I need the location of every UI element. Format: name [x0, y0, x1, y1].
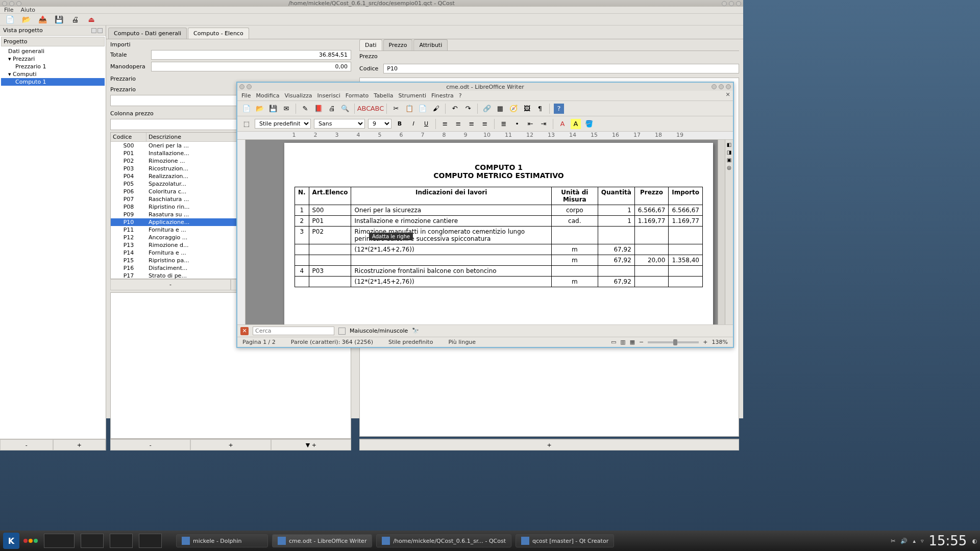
lo-menu-formato[interactable]: Formato — [346, 92, 369, 99]
max-icon[interactable] — [16, 1, 21, 6]
cut-icon[interactable]: ✂ — [391, 104, 401, 114]
lo-close-icon[interactable] — [726, 84, 731, 89]
taskbar-item[interactable]: /home/mickele/QCost_0.6.1_sr... - QCost — [376, 534, 511, 547]
align-center-icon[interactable]: ≡ — [453, 119, 463, 129]
align-right-icon[interactable]: ≡ — [467, 119, 477, 129]
preview-icon[interactable]: 🔍 — [340, 104, 350, 114]
activity-switcher[interactable] — [23, 539, 38, 543]
det-add-button[interactable]: + — [359, 439, 739, 450]
tree-item[interactable]: Dati generali — [1, 47, 105, 55]
tab-elenco[interactable]: Computo - Elenco — [188, 28, 249, 39]
min2-icon[interactable] — [722, 1, 727, 6]
table-row[interactable]: 1S00Oneri per la sicurezzacorpo16.566,67… — [295, 205, 703, 216]
kde-menu-button[interactable]: K — [3, 533, 19, 549]
email-icon[interactable]: ✉ — [281, 104, 291, 114]
closepanel-icon[interactable] — [97, 28, 103, 33]
paragraph-style-select[interactable]: Stile predefinito — [255, 119, 311, 129]
nonprint-icon[interactable]: ¶ — [535, 104, 545, 114]
min-icon[interactable] — [9, 1, 14, 6]
sidebar-gallery-icon[interactable]: ▣ — [727, 157, 731, 163]
lo-docclose-icon[interactable]: ✕ — [725, 92, 731, 98]
numlist-icon[interactable]: ≣ — [499, 119, 509, 129]
tree-item[interactable]: ▾ Prezzari — [1, 55, 105, 63]
outdent-icon[interactable]: ⇤ — [525, 119, 535, 129]
zoom-value[interactable]: 138% — [712, 339, 728, 345]
hyperlink-icon[interactable]: 🔗 — [482, 104, 492, 114]
table-row[interactable]: (12*(2*1,45+2,76))m67,92 — [295, 244, 703, 255]
it-add-button[interactable]: + — [190, 439, 271, 450]
match-case-checkbox[interactable] — [338, 328, 346, 335]
lo-menu-tabella[interactable]: Tabella — [374, 92, 393, 99]
binoculars-icon[interactable]: 🔭 — [412, 328, 419, 334]
paintfmt-icon[interactable]: 🖌 — [431, 104, 441, 114]
taskbar-item[interactable]: mickele - Dolphin — [176, 534, 268, 547]
open-icon[interactable]: 📂 — [255, 104, 265, 114]
clipboard-icon[interactable]: ✂ — [891, 538, 895, 544]
table-row[interactable]: 4P03Ricostruzione frontalini balcone con… — [295, 266, 703, 277]
save-icon[interactable]: 💾 — [268, 104, 278, 114]
tree-item[interactable]: ▾ Computi — [1, 70, 105, 78]
lo-ontop-icon[interactable] — [247, 84, 252, 89]
view-book-icon[interactable]: ▦ — [630, 339, 635, 345]
table-row[interactable]: (12*(2*1,45+2,76))m67,92 — [295, 277, 703, 287]
view-multi-icon[interactable]: ▥ — [620, 339, 625, 345]
font-name-select[interactable]: Sans — [314, 119, 365, 129]
lo-menu-strumenti[interactable]: Strumenti — [398, 92, 426, 99]
highlight-icon[interactable]: A — [571, 119, 581, 129]
notifications-icon[interactable]: ▿ — [921, 538, 924, 544]
redo-icon[interactable]: ↷ — [463, 104, 473, 114]
table-icon[interactable]: ▦ — [495, 104, 505, 114]
open-icon[interactable]: 📂 — [20, 14, 32, 25]
codice-input[interactable]: P10 — [383, 64, 739, 73]
tab-dati-generali[interactable]: Computo - Dati generali — [108, 28, 187, 39]
lo-min-icon[interactable] — [712, 84, 717, 89]
lo-menu-visualizza[interactable]: Visualizza — [284, 92, 312, 99]
lo-sidebar[interactable]: ◧ ◨ ▣ ◎ — [725, 140, 733, 324]
navigator-icon[interactable]: 🧭 — [508, 104, 519, 114]
max2-icon[interactable] — [729, 1, 734, 6]
status-lang[interactable]: Più lingue — [448, 339, 476, 345]
underline-icon[interactable]: U — [421, 119, 431, 129]
zoom-slider[interactable] — [648, 341, 699, 343]
add-button[interactable]: + — [53, 439, 106, 450]
lo-menu-help[interactable]: ? — [459, 92, 462, 99]
close2-icon[interactable] — [736, 1, 741, 6]
paste-icon[interactable]: 📄 — [418, 104, 428, 114]
desktop-pager[interactable] — [44, 534, 75, 548]
taskbar-item[interactable]: cme.odt - LibreOffice Writer — [272, 534, 372, 547]
vertical-ruler[interactable] — [237, 140, 246, 324]
network-icon[interactable]: ▴ — [913, 538, 916, 544]
find-input[interactable] — [253, 327, 334, 335]
indent-icon[interactable]: ⇥ — [538, 119, 549, 129]
gallery-icon[interactable]: 🖼 — [522, 104, 532, 114]
copy-icon[interactable]: 📋 — [404, 104, 414, 114]
new-icon[interactable]: 📄 — [4, 14, 15, 25]
align-left-icon[interactable]: ≡ — [440, 119, 450, 129]
volume-icon[interactable]: 🔊 — [900, 538, 908, 544]
desktop-pager-2[interactable] — [81, 534, 104, 548]
edit-icon[interactable]: ✎ — [300, 104, 310, 114]
pdf-icon[interactable]: 📕 — [313, 104, 324, 114]
table-row[interactable]: m67,9220,001.358,40 — [295, 255, 703, 266]
tree-item[interactable]: Prezzario 1 — [1, 63, 105, 70]
fontcolor-icon[interactable]: A — [557, 119, 568, 129]
undo-icon[interactable]: ↶ — [450, 104, 460, 114]
status-words[interactable]: Parole (caratteri): 364 (2256) — [291, 339, 373, 345]
close-find-icon[interactable]: ✕ — [240, 327, 249, 335]
taskbar-item[interactable]: qcost [master] - Qt Creator — [516, 534, 614, 547]
table-row[interactable]: 2P01Installazione e rimozione cantiereca… — [295, 216, 703, 227]
export-icon[interactable]: 📤 — [37, 14, 48, 25]
view-single-icon[interactable]: ▭ — [611, 339, 616, 345]
print-icon[interactable]: 🖨 — [327, 104, 337, 114]
save-icon[interactable]: 💾 — [53, 14, 64, 25]
lo-menu-inserisci[interactable]: Inserisci — [317, 92, 340, 99]
menu-file[interactable]: File — [4, 7, 13, 13]
righttab-dati[interactable]: Dati — [359, 39, 382, 51]
pl-remove-button[interactable]: - — [110, 279, 231, 290]
clock[interactable]: 15:55 — [928, 533, 967, 548]
vertical-scrollbar[interactable] — [718, 140, 725, 324]
font-size-select[interactable]: 9 — [368, 119, 391, 129]
desktop-pager-4[interactable] — [139, 534, 162, 548]
tree-item-selected[interactable]: Computo 1 — [1, 78, 105, 86]
bold-icon[interactable]: B — [395, 119, 405, 129]
